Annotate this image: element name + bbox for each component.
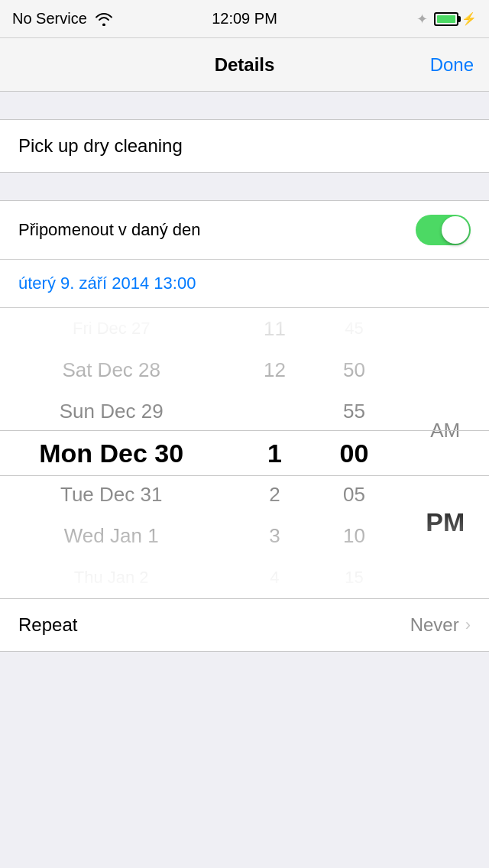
picker-col-date: Fri Dec 27 Sat Dec 28 Sun Dec 29 Mon Dec…: [0, 308, 235, 598]
picker-date-item: Tue Dec 31: [0, 474, 222, 515]
picker-col-minute: 45 50 55 00 05 10 15: [314, 308, 393, 598]
picker-hour-item: 11: [235, 308, 314, 349]
picker-minute-item: 10: [314, 515, 393, 556]
nav-bar: Details Done: [0, 38, 489, 92]
repeat-value: Never: [410, 614, 459, 636]
wifi-icon: [95, 12, 113, 26]
bluetooth-icon: ✦: [416, 11, 428, 28]
battery-icon: [434, 12, 458, 26]
datetime-row[interactable]: úterý 9. září 2014 13:00: [0, 260, 489, 308]
reminder-label: Připomenout v daný den: [18, 220, 201, 240]
repeat-row[interactable]: Repeat Never ›: [0, 599, 489, 651]
picker-minute-item: 15: [314, 557, 393, 598]
picker-minute-item: 50: [314, 349, 393, 390]
picker-minute-item-selected: 00: [314, 432, 393, 474]
task-title-row[interactable]: Pick up dry cleaning: [0, 119, 489, 173]
picker-hour-item: 12: [235, 349, 314, 390]
toggle-knob: [442, 216, 469, 244]
nav-title: Details: [215, 54, 275, 76]
picker-date-item: Thu Jan 2: [0, 557, 222, 598]
picker-ampm-item: AM: [402, 361, 489, 499]
done-button[interactable]: Done: [430, 54, 474, 76]
picker-hour-item-selected: 1: [235, 432, 314, 474]
picker-date-item: Sun Dec 29: [0, 391, 222, 432]
status-right: ✦ ⚡: [416, 11, 477, 28]
picker-ampm-item-selected: PM: [402, 499, 489, 545]
reminder-section: Připomenout v daný den úterý 9. září 201…: [0, 200, 489, 598]
date-time-picker[interactable]: Fri Dec 27 Sat Dec 28 Sun Dec 29 Mon Dec…: [0, 308, 489, 598]
picker-minute-item: 05: [314, 474, 393, 515]
task-title: Pick up dry cleaning: [18, 135, 183, 157]
picker-minute-item: 55: [314, 391, 393, 432]
repeat-section: Repeat Never ›: [0, 598, 489, 652]
picker-date-item: Fri Dec 27: [0, 308, 222, 349]
picker-hour-item: 2: [235, 474, 314, 515]
reminder-toggle[interactable]: [416, 215, 471, 245]
battery-fill: [437, 15, 455, 23]
battery-container: ⚡: [434, 11, 477, 26]
reminder-toggle-row: Připomenout v daný den: [0, 201, 489, 260]
status-time: 12:09 PM: [212, 10, 277, 28]
bolt-icon: ⚡: [461, 11, 477, 26]
repeat-label: Repeat: [18, 614, 77, 636]
picker-inner: Fri Dec 27 Sat Dec 28 Sun Dec 29 Mon Dec…: [0, 308, 489, 598]
picker-col-ampm: AM PM: [394, 308, 489, 598]
picker-col-hour: 11 12 1 2 3 4: [235, 308, 314, 598]
status-left: No Service: [12, 10, 113, 28]
chevron-right-icon: ›: [465, 615, 471, 635]
carrier-label: No Service: [12, 10, 87, 28]
picker-hour-item: [235, 391, 314, 432]
picker-date-item: Sat Dec 28: [0, 349, 222, 390]
repeat-value-container: Never ›: [410, 614, 471, 636]
section-divider-top: [0, 92, 489, 119]
section-divider-middle: [0, 173, 489, 200]
picker-date-item: Wed Jan 1: [0, 515, 222, 556]
bottom-divider: [0, 652, 489, 698]
picker-hour-item: 3: [235, 515, 314, 556]
picker-date-item-selected: Mon Dec 30: [0, 432, 222, 474]
picker-minute-item: 45: [314, 308, 393, 349]
picker-hour-item: 4: [235, 557, 314, 598]
status-bar: No Service 12:09 PM ✦ ⚡: [0, 0, 489, 38]
datetime-label: úterý 9. září 2014 13:00: [18, 274, 196, 293]
